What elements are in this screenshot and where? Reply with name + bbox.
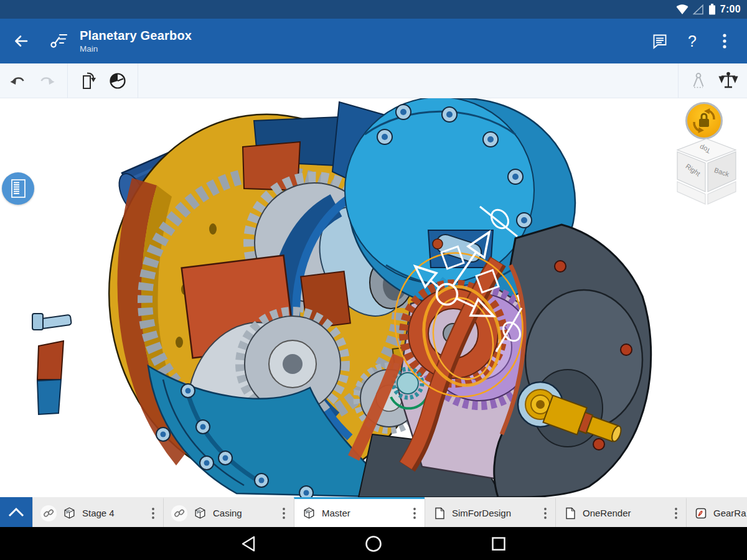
overflow-menu-icon [722,33,727,49]
workspace-name: Main [80,44,192,54]
tab-label: SimForDesign [452,508,511,518]
undo-icon [8,72,27,90]
link-icon [40,505,57,521]
history-icon [108,71,128,91]
workspace-tree-icon [49,30,68,52]
view-cube[interactable]: Top Right Back [674,137,739,207]
undo-button[interactable] [2,66,32,96]
comments-button[interactable] [645,26,675,56]
assembly-icon [62,506,77,520]
document-icon [433,506,446,520]
tab-menu-button[interactable] [535,499,555,527]
tab-gearratings[interactable]: GearRa [686,497,747,527]
tab-label: Stage 4 [82,508,115,518]
tab-label: GearRa [713,508,746,518]
assembly-icon [193,506,207,520]
feature-list-icon [9,178,27,199]
cell-signal-icon [693,4,704,15]
tab-label: Master [322,508,350,518]
overflow-menu-button[interactable] [710,26,740,56]
tab-label: OneRender [583,508,631,518]
history-button[interactable] [103,66,133,96]
toolbar [0,63,747,98]
tab-master[interactable]: Master [294,497,425,527]
measure-button[interactable] [684,66,713,96]
help-button[interactable]: ? [677,26,707,56]
chevron-up-icon [7,507,26,517]
tab-stage-4[interactable]: Stage 4 [32,497,163,527]
tab-menu-button[interactable] [274,499,294,527]
import-button[interactable] [73,66,103,96]
nav-recents-icon [491,536,506,551]
android-nav-bar [0,527,747,560]
tab-simfordesign[interactable]: SimForDesign [425,497,555,527]
mass-properties-icon [718,71,738,91]
wifi-icon [676,4,688,15]
nav-recents-button[interactable] [486,531,511,556]
tab-label: Casing [213,508,242,518]
tab-bar: Stage 4 Casing Maste [0,497,747,527]
nav-back-icon [241,536,256,552]
nav-home-button[interactable] [361,531,386,556]
import-icon [78,71,98,91]
expand-panel-button[interactable] [0,497,32,527]
model-canvas[interactable]: Top Right Back [0,98,747,497]
document-icon [563,506,577,520]
back-arrow-icon [13,33,29,49]
rotation-lock-icon [690,107,718,134]
comment-icon [652,33,668,49]
rotation-lock-button[interactable] [685,102,723,139]
title-block: Planetary Gearbox Main [80,29,192,54]
link-icon [171,505,187,521]
mass-properties-button[interactable] [713,66,743,96]
tab-menu-button[interactable] [666,499,686,527]
back-button[interactable] [6,26,36,56]
nav-home-icon [365,535,382,553]
tab-casing[interactable]: Casing [163,497,294,527]
redo-icon [38,72,57,90]
tab-menu-button[interactable] [143,499,163,527]
pdf-icon [694,506,708,520]
status-bar: 7:00 [0,0,747,19]
battery-icon [708,4,716,15]
gearbox-model[interactable] [0,98,747,497]
tab-menu-button[interactable] [405,499,425,527]
nav-back-button[interactable] [236,531,261,556]
document-title: Planetary Gearbox [80,29,192,43]
app-bar: Planetary Gearbox Main ? [0,19,747,63]
redo-button[interactable] [32,66,62,96]
clock-time: 7:00 [720,4,741,15]
assembly-icon [302,506,316,520]
tab-onerender[interactable]: OneRender [555,497,686,527]
measure-icon [688,71,708,91]
feature-list-button[interactable] [2,172,34,205]
